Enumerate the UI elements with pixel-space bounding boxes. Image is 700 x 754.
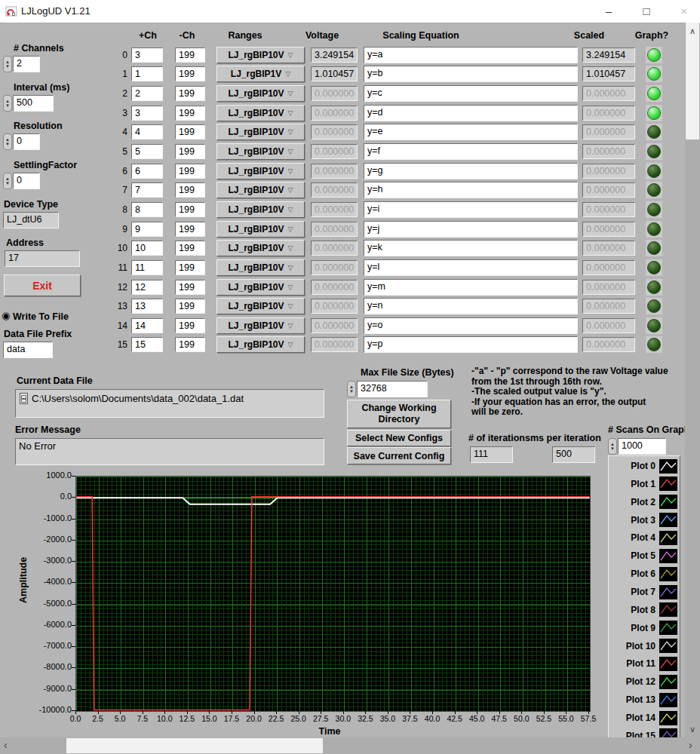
range-dropdown[interactable]: LJ_rgBIP10V▽ [216, 259, 305, 276]
pos-channel-input[interactable]: 1 [131, 66, 163, 81]
save-current-config-button[interactable]: Save Current Config [347, 447, 451, 464]
resolution-input[interactable]: 0 [13, 133, 40, 150]
legend-item[interactable]: Plot 3 [611, 513, 677, 528]
range-dropdown[interactable]: LJ_rgBIP10V▽ [216, 317, 305, 334]
neg-channel-input[interactable]: 199 [175, 299, 205, 314]
legend-item[interactable]: Plot 2 [611, 495, 677, 510]
scans-spinner[interactable]: ▲▼ [608, 438, 617, 455]
scroll-right-icon[interactable]: › [689, 741, 692, 749]
scaling-equation-input[interactable]: y=h [364, 182, 578, 198]
settling-input[interactable]: 0 [13, 173, 40, 189]
scroll-left-icon[interactable]: ‹ [4, 741, 8, 749]
max-file-size-spinner[interactable]: ▲▼ [347, 381, 356, 397]
scaling-equation-input[interactable]: y=o [364, 317, 578, 334]
pos-channel-input[interactable]: 3 [131, 48, 163, 63]
neg-channel-input[interactable]: 199 [175, 66, 205, 81]
horizontal-scrollbar[interactable]: ‹ › [0, 737, 700, 754]
neg-channel-input[interactable]: 199 [175, 241, 205, 256]
range-dropdown[interactable]: LJ_rgBIP10V▽ [216, 240, 305, 256]
pos-channel-input[interactable]: 10 [131, 241, 163, 256]
range-dropdown[interactable]: LJ_rgBIP10V▽ [216, 182, 305, 198]
pos-channel-input[interactable]: 2 [131, 86, 163, 101]
pos-channel-input[interactable]: 9 [131, 222, 163, 237]
scaling-equation-input[interactable]: y=g [364, 163, 578, 179]
neg-channel-input[interactable]: 199 [175, 280, 205, 295]
range-dropdown[interactable]: LJ_rgBIP10V▽ [216, 201, 305, 218]
neg-channel-input[interactable]: 199 [175, 337, 205, 352]
graph-led-toggle[interactable] [646, 317, 662, 334]
graph-led-toggle[interactable] [646, 47, 662, 63]
horizontal-scrollbar-thumb[interactable] [66, 738, 323, 753]
scaling-equation-input[interactable]: y=m [364, 279, 578, 296]
scaling-equation-input[interactable]: y=f [364, 143, 578, 160]
neg-channel-input[interactable]: 199 [175, 106, 205, 121]
legend-item[interactable]: Plot 1 [611, 477, 677, 492]
max-file-size-input[interactable]: 32768 [357, 381, 428, 397]
exit-button[interactable]: Exit [4, 274, 81, 296]
range-dropdown[interactable]: LJ_rgBIP10V▽ [216, 221, 305, 238]
scaling-equation-input[interactable]: y=i [364, 201, 578, 218]
graph-led-toggle[interactable] [646, 221, 662, 238]
graph-led-toggle[interactable] [646, 85, 662, 102]
range-dropdown[interactable]: LJ_rgBIP10V▽ [216, 124, 305, 140]
neg-channel-input[interactable]: 199 [175, 86, 205, 101]
pos-channel-input[interactable]: 8 [131, 202, 163, 217]
legend-item[interactable]: Plot 11 [611, 656, 677, 671]
neg-channel-input[interactable]: 199 [175, 124, 205, 139]
resolution-spinner[interactable]: ▲▼ [3, 133, 12, 150]
graph-led-toggle[interactable] [646, 298, 662, 314]
range-dropdown[interactable]: LJ_rgBIP10V▽ [216, 143, 305, 160]
maximize-button[interactable]: □ [634, 2, 659, 20]
graph-led-toggle[interactable] [646, 105, 662, 121]
graph-led-toggle[interactable] [646, 182, 662, 198]
scaling-equation-input[interactable]: y=j [364, 221, 578, 238]
scaling-equation-input[interactable]: y=d [364, 105, 578, 121]
minimize-button[interactable]: – [596, 2, 622, 20]
interval-input[interactable]: 500 [13, 95, 54, 112]
pos-channel-input[interactable]: 3 [131, 106, 163, 121]
vertical-scrollbar[interactable]: ∧ ∨ [685, 23, 700, 737]
graph-led-toggle[interactable] [646, 259, 662, 276]
scaling-equation-input[interactable]: y=n [364, 298, 578, 314]
range-dropdown[interactable]: LJ_rgBIP10V▽ [216, 279, 305, 296]
channels-spinner[interactable]: ▲▼ [3, 56, 12, 72]
channels-input[interactable]: 2 [13, 56, 40, 72]
range-dropdown[interactable]: LJ_rgBIP10V▽ [216, 105, 305, 121]
pos-channel-input[interactable]: 4 [131, 124, 163, 139]
pos-channel-input[interactable]: 11 [131, 260, 163, 275]
legend-item[interactable]: Plot 6 [611, 566, 677, 581]
range-dropdown[interactable]: LJ_rgBIP10V▽ [216, 47, 305, 63]
data-file-prefix-input[interactable]: data [3, 342, 53, 358]
pos-channel-input[interactable]: 12 [131, 280, 163, 295]
scroll-down-icon[interactable]: ∨ [689, 725, 695, 734]
pos-channel-input[interactable]: 13 [131, 299, 163, 314]
graph-led-toggle[interactable] [646, 336, 662, 353]
pos-channel-input[interactable]: 14 [131, 318, 163, 333]
legend-item[interactable]: Plot 9 [611, 621, 677, 636]
neg-channel-input[interactable]: 199 [175, 222, 205, 237]
graph-led-toggle[interactable] [646, 201, 662, 218]
select-new-configs-button[interactable]: Select New Configs [347, 430, 451, 446]
path-type-icon[interactable] [20, 393, 28, 404]
range-dropdown[interactable]: LJ_rgBIP10V▽ [216, 298, 305, 314]
pos-channel-input[interactable]: 5 [131, 144, 163, 159]
range-dropdown[interactable]: LJ_rgBIP10V▽ [216, 336, 305, 353]
pos-channel-input[interactable]: 15 [131, 337, 163, 352]
legend-item[interactable]: Plot 14 [611, 710, 677, 725]
pos-channel-input[interactable]: 7 [131, 182, 163, 198]
range-dropdown[interactable]: LJ_rgBIP1V▽ [216, 66, 305, 82]
range-dropdown[interactable]: LJ_rgBIP10V▽ [216, 163, 305, 179]
neg-channel-input[interactable]: 199 [175, 318, 205, 333]
scaling-equation-input[interactable]: y=c [364, 85, 578, 102]
scroll-up-icon[interactable]: ∧ [689, 27, 695, 35]
graph-led-toggle[interactable] [646, 143, 662, 160]
neg-channel-input[interactable]: 199 [175, 182, 205, 198]
neg-channel-input[interactable]: 199 [175, 202, 205, 217]
graph-led-toggle[interactable] [646, 66, 662, 82]
pos-channel-input[interactable]: 6 [131, 164, 163, 179]
interval-spinner[interactable]: ▲▼ [3, 95, 12, 112]
legend-item[interactable]: Plot 4 [611, 530, 677, 545]
scaling-equation-input[interactable]: y=k [364, 240, 578, 256]
neg-channel-input[interactable]: 199 [175, 260, 205, 275]
close-button[interactable]: × [671, 2, 697, 20]
